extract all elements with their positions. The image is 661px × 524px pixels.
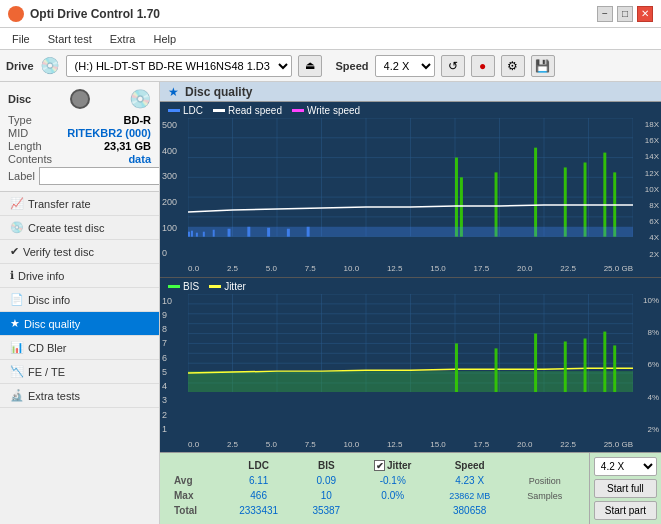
sidebar-item-verify-test-disc[interactable]: ✔ Verify test disc xyxy=(0,240,159,264)
col-header-jitter-check[interactable]: ✔ Jitter xyxy=(357,459,429,472)
sidebar: Disc 💿 Type BD-R MID RITEKBR2 (000) Leng… xyxy=(0,82,160,524)
legend-ldc-label: LDC xyxy=(183,105,203,116)
cd-bler-icon: 📊 xyxy=(10,341,24,354)
maximize-button[interactable]: □ xyxy=(617,6,633,22)
bis-color xyxy=(168,285,180,288)
disc-info-icon: 📄 xyxy=(10,293,24,306)
svg-rect-64 xyxy=(584,338,587,392)
fe-te-label: FE / TE xyxy=(28,366,65,378)
disc-icon xyxy=(70,89,90,109)
menu-file[interactable]: File xyxy=(4,31,38,47)
avg-jitter: -0.1% xyxy=(357,474,429,487)
drive-select[interactable]: (H:) HL-DT-ST BD-RE WH16NS48 1.D3 xyxy=(66,55,292,77)
svg-rect-62 xyxy=(534,333,537,392)
save-button[interactable]: 💾 xyxy=(531,55,555,77)
disc-label-row: Label ⚙ xyxy=(8,167,151,185)
x-axis-bottom: 0.0 2.5 5.0 7.5 10.0 12.5 15.0 17.5 20.0… xyxy=(188,436,633,452)
refresh-button[interactable]: ↺ xyxy=(441,55,465,77)
col-header-empty2 xyxy=(511,459,579,472)
col-header-empty xyxy=(170,459,219,472)
jitter-label: Jitter xyxy=(387,460,411,471)
sidebar-item-cd-bler[interactable]: 📊 CD Bler xyxy=(0,336,159,360)
disc-mid-value: RITEKBR2 (000) xyxy=(67,127,151,139)
main-area: Disc 💿 Type BD-R MID RITEKBR2 (000) Leng… xyxy=(0,82,661,524)
legend-ldc: LDC xyxy=(168,105,203,116)
y-axis-left-top: 500 400 300 200 100 0 xyxy=(160,118,188,261)
title-bar-left: Opti Drive Control 1.70 xyxy=(8,6,160,22)
content-area: ★ Disc quality LDC Read speed xyxy=(160,82,661,524)
quality-speed-select[interactable]: 4.2 X xyxy=(594,457,657,476)
sidebar-item-disc-quality[interactable]: ★ Disc quality xyxy=(0,312,159,336)
disc-panel-title: Disc xyxy=(8,93,31,105)
settings-button[interactable]: ⚙ xyxy=(501,55,525,77)
sidebar-item-fe-te[interactable]: 📉 FE / TE xyxy=(0,360,159,384)
total-ldc: 2333431 xyxy=(221,504,295,517)
extra-tests-label: Extra tests xyxy=(28,390,80,402)
extra-tests-icon: 🔬 xyxy=(10,389,24,402)
menu-help[interactable]: Help xyxy=(145,31,184,47)
sidebar-item-extra-tests[interactable]: 🔬 Extra tests xyxy=(0,384,159,408)
total-bis: 35387 xyxy=(298,504,355,517)
stats-area: LDC BIS ✔ Jitter Speed xyxy=(160,453,589,524)
col-header-bis: BIS xyxy=(298,459,355,472)
drive-info-icon: ℹ xyxy=(10,269,14,282)
max-jitter: 0.0% xyxy=(357,489,429,502)
total-label: Total xyxy=(170,504,219,517)
speed-label: Speed xyxy=(336,60,369,72)
avg-speed: 4.23 X xyxy=(431,474,509,487)
position-val: 23862 MB xyxy=(449,491,490,501)
menu-start-test[interactable]: Start test xyxy=(40,31,100,47)
disc-contents-value: data xyxy=(128,153,151,165)
close-button[interactable]: ✕ xyxy=(637,6,653,22)
disc-logo: 💿 xyxy=(129,88,151,110)
avg-label: Avg xyxy=(170,474,219,487)
samples-label-cell: Samples xyxy=(511,489,579,502)
disc-info-panel: Disc 💿 Type BD-R MID RITEKBR2 (000) Leng… xyxy=(0,82,159,192)
record-button[interactable]: ● xyxy=(471,55,495,77)
app-logo xyxy=(8,6,24,22)
legend-read-speed-label: Read speed xyxy=(228,105,282,116)
stats-avg-row: Avg 6.11 0.09 -0.1% 4.23 X Position xyxy=(170,474,579,487)
start-full-button[interactable]: Start full xyxy=(594,479,657,498)
sidebar-item-drive-info[interactable]: ℹ Drive info xyxy=(0,264,159,288)
disc-info-label: Disc info xyxy=(28,294,70,306)
disc-contents-row: Contents data xyxy=(8,153,151,165)
sidebar-item-transfer-rate[interactable]: 📈 Transfer rate xyxy=(0,192,159,216)
speed-select[interactable]: 4.2 X xyxy=(375,55,435,77)
start-part-button[interactable]: Start part xyxy=(594,501,657,520)
svg-rect-33 xyxy=(584,162,587,236)
sidebar-item-create-test-disc[interactable]: 💿 Create test disc xyxy=(0,216,159,240)
create-test-disc-label: Create test disc xyxy=(28,222,104,234)
svg-rect-61 xyxy=(495,348,498,392)
stats-total-row: Total 2333431 35387 380658 xyxy=(170,504,579,517)
max-ldc: 466 xyxy=(221,489,295,502)
y-axis-left-bottom: 10 9 8 7 6 5 4 3 2 1 xyxy=(160,294,188,437)
top-chart-svg xyxy=(188,118,633,237)
eject-button[interactable]: ⏏ xyxy=(298,55,322,77)
disc-quality-label: Disc quality xyxy=(24,318,80,330)
avg-ldc: 6.11 xyxy=(221,474,295,487)
legend-write-speed-label: Write speed xyxy=(307,105,360,116)
disc-header: Disc 💿 xyxy=(8,88,151,110)
menu-extra[interactable]: Extra xyxy=(102,31,144,47)
samples-value-cell xyxy=(357,504,429,517)
legend-bis-label: BIS xyxy=(183,281,199,292)
charts-wrapper: LDC Read speed Write speed xyxy=(160,102,661,452)
chart-header: ★ Disc quality xyxy=(160,82,661,102)
disc-label-input[interactable] xyxy=(39,167,160,185)
bottom-chart-legend: BIS Jitter xyxy=(168,281,246,292)
jitter-checkbox[interactable]: ✔ xyxy=(374,460,385,471)
chart-header-icon: ★ xyxy=(168,85,179,99)
svg-rect-65 xyxy=(603,331,606,392)
y-axis-right-bottom: 10% 8% 6% 4% 2% xyxy=(633,294,661,437)
svg-rect-31 xyxy=(534,148,537,237)
verify-test-disc-icon: ✔ xyxy=(10,245,19,258)
max-label: Max xyxy=(170,489,219,502)
avg-bis: 0.09 xyxy=(298,474,355,487)
bottom-chart-svg xyxy=(188,294,633,393)
total-empty xyxy=(511,504,579,517)
minimize-button[interactable]: − xyxy=(597,6,613,22)
fe-te-icon: 📉 xyxy=(10,365,24,378)
sidebar-item-disc-info[interactable]: 📄 Disc info xyxy=(0,288,159,312)
menu-bar: File Start test Extra Help xyxy=(0,28,661,50)
